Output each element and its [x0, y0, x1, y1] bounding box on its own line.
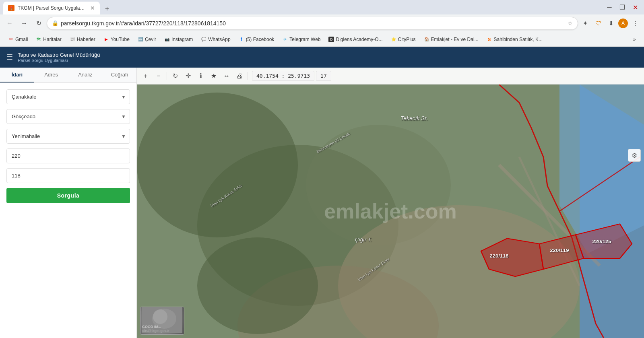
- bookmark-cevir[interactable]: 🔤 Çevir: [134, 35, 159, 44]
- tab-analiz[interactable]: Analiz: [68, 68, 103, 82]
- query-button[interactable]: Sorgula: [6, 188, 130, 203]
- back-button[interactable]: ←: [3, 17, 16, 30]
- download-button[interactable]: ⬇: [605, 18, 617, 29]
- close-tab-button[interactable]: ✕: [90, 5, 95, 11]
- bookmarks-bar: ✉ Gmail 🗺 Haritalar 📰 Haberler ▶ YouTube…: [0, 32, 644, 47]
- mahalle-select[interactable]: Yenimahalle: [6, 129, 130, 144]
- info-button[interactable]: ℹ: [195, 70, 206, 82]
- bookmark-emlakjet[interactable]: 🏠 Emlakjet - Ev ve Dai...: [421, 35, 482, 44]
- address-bar-container: 🔒 ☆: [47, 17, 578, 30]
- star-action-button[interactable]: ✦: [580, 18, 591, 29]
- maximize-button[interactable]: ❐: [617, 2, 628, 13]
- digiens-favicon: D: [328, 37, 334, 42]
- bookmark-instagram-label: Instagram: [171, 37, 193, 42]
- toolbar-divider-1: [167, 72, 167, 80]
- bookmark-telegram[interactable]: ✈ Telegram Web: [279, 35, 324, 44]
- bookmark-youtube[interactable]: ▶ YouTube: [100, 35, 133, 44]
- app-content: ☰ Tapu ve Kadastro Genel Müdürlüğü Parse…: [0, 47, 644, 338]
- bookmark-haritalar-label: Haritalar: [43, 37, 61, 42]
- zoom-in-button[interactable]: +: [140, 70, 151, 82]
- bookmark-instagram[interactable]: 📷 Instagram: [161, 35, 196, 44]
- bookmarks-more-button[interactable]: »: [630, 35, 639, 44]
- sidebar: İdari Adres Analiz Coğrafi Çanakkale ▼: [0, 68, 137, 338]
- bookmark-sahibinden[interactable]: S Sahibinden Satılık, K...: [483, 35, 546, 44]
- minimize-button[interactable]: ─: [604, 2, 615, 13]
- bookmark-facebook-label: (5) Facebook: [246, 37, 275, 42]
- cevir-favicon: 🔤: [138, 37, 143, 42]
- bookmark-cityplus[interactable]: ⭐ CityPlus: [388, 35, 419, 44]
- app-header: ☰ Tapu ve Kadastro Genel Müdürlüğü Parse…: [0, 47, 644, 68]
- il-select-wrapper: Çanakkale ▼: [6, 89, 130, 104]
- map-thumbnail[interactable]: GOOD IM... cbs@tkgm.gov.tr: [140, 307, 184, 335]
- measure-button[interactable]: ↔: [221, 70, 232, 82]
- window-controls: ─ ❐ ✕: [604, 2, 641, 13]
- haberler-favicon: 📰: [70, 37, 75, 42]
- bookmark-digiens-label: Digiens Academy-O...: [336, 37, 382, 42]
- sidebar-tabs: İdari Adres Analiz Coğrafi: [0, 68, 136, 83]
- bookmark-telegram-label: Telegram Web: [289, 37, 320, 42]
- toolbar-divider-2: [248, 72, 248, 80]
- bookmark-youtube-label: YouTube: [111, 37, 130, 42]
- app-title-subtitle: Parsel Sorgu Uygulaması: [18, 58, 100, 63]
- close-button[interactable]: ✕: [630, 2, 641, 13]
- svg-point-8: [197, 237, 318, 334]
- haritalar-favicon: 🗺: [36, 37, 41, 42]
- menu-button[interactable]: ⋮: [630, 18, 641, 29]
- app-title-area: Tapu ve Kadastro Genel Müdürlüğü Parsel …: [18, 52, 100, 63]
- print-button[interactable]: 🖨: [234, 70, 245, 82]
- nav-bar: ← → ↻ 🔒 ☆ ✦ 🛡 ⬇ A ⋮: [0, 14, 644, 32]
- profile-button[interactable]: A: [618, 19, 628, 28]
- tab-title: TKGM | Parsel Sorgu Uygulama...: [18, 5, 87, 11]
- parsel-input[interactable]: [6, 168, 130, 183]
- emlakjet-favicon: 🏠: [424, 37, 429, 42]
- bookmark-gmail[interactable]: ✉ Gmail: [5, 35, 31, 44]
- ilce-select-wrapper: Gökçeada ▼: [6, 109, 130, 124]
- svg-point-20: [153, 309, 167, 324]
- reload-button[interactable]: ↻: [32, 17, 45, 30]
- bookmark-haritalar[interactable]: 🗺 Haritalar: [33, 35, 64, 44]
- sahibinden-favicon: S: [487, 37, 492, 42]
- terrain-svg: [137, 84, 644, 338]
- tab-adres[interactable]: Adres: [34, 68, 68, 82]
- new-tab-button[interactable]: +: [101, 3, 113, 14]
- ilce-select[interactable]: Gökçeada: [6, 109, 130, 124]
- title-bar: 📍 TKGM | Parsel Sorgu Uygulama... ✕ + ─ …: [0, 0, 644, 14]
- map-satellite[interactable]: emlakjet.com Tekecik Sr. Çığır T. Bilinm…: [137, 84, 644, 338]
- bookmark-map-button[interactable]: ★: [208, 70, 219, 82]
- tab-area: 📍 TKGM | Parsel Sorgu Uygulama... ✕ +: [3, 0, 113, 14]
- telegram-favicon: ✈: [282, 37, 288, 42]
- whatsapp-favicon: 💬: [201, 37, 206, 42]
- bookmark-cityplus-label: CityPlus: [398, 37, 416, 42]
- address-bar[interactable]: [61, 20, 565, 27]
- hamburger-menu-button[interactable]: ☰: [6, 53, 13, 62]
- bookmark-facebook[interactable]: f (5) Facebook: [235, 35, 278, 44]
- extension-button[interactable]: 🛡: [592, 18, 604, 29]
- tab-idari[interactable]: İdari: [0, 68, 34, 82]
- bookmark-gmail-label: Gmail: [15, 37, 28, 42]
- zoom-out-button[interactable]: −: [153, 70, 164, 82]
- lock-icon: 🔒: [52, 20, 58, 26]
- star-icon[interactable]: ☆: [568, 20, 573, 27]
- map-toolbar: + − ↻ ✛ ℹ ★ ↔ 🖨 40.1754 : 25.9713 17: [137, 68, 644, 84]
- svg-point-4: [137, 93, 298, 237]
- nav-actions: ✦ 🛡 ⬇ A ⋮: [580, 18, 641, 29]
- tab-cografi[interactable]: Coğrafi: [102, 68, 136, 82]
- il-select[interactable]: Çanakkale: [6, 89, 130, 104]
- bookmark-haberler[interactable]: 📰 Haberler: [66, 35, 99, 44]
- gmail-favicon: ✉: [8, 37, 14, 42]
- pan-button[interactable]: ✛: [182, 70, 194, 82]
- map-settings-button[interactable]: ⚙: [628, 149, 641, 162]
- map-area: + − ↻ ✛ ℹ ★ ↔ 🖨 40.1754 : 25.9713 17: [137, 68, 644, 338]
- bookmark-haberler-label: Haberler: [77, 37, 95, 42]
- bookmark-digiens[interactable]: D Digiens Academy-O...: [325, 35, 386, 44]
- refresh-map-button[interactable]: ↻: [169, 70, 181, 82]
- thumbnail-good-label: GOOD IM...: [142, 325, 182, 329]
- bookmark-whatsapp[interactable]: 💬 WhatsApp: [198, 35, 233, 44]
- active-tab[interactable]: 📍 TKGM | Parsel Sorgu Uygulama... ✕: [3, 2, 100, 14]
- facebook-favicon: f: [239, 37, 244, 42]
- forward-button[interactable]: →: [18, 17, 31, 30]
- ada-input[interactable]: [6, 148, 130, 163]
- tab-favicon: 📍: [8, 5, 14, 11]
- thumbnail-link: cbs@tkgm.gov.tr: [142, 329, 182, 333]
- cityplus-favicon: ⭐: [391, 37, 396, 42]
